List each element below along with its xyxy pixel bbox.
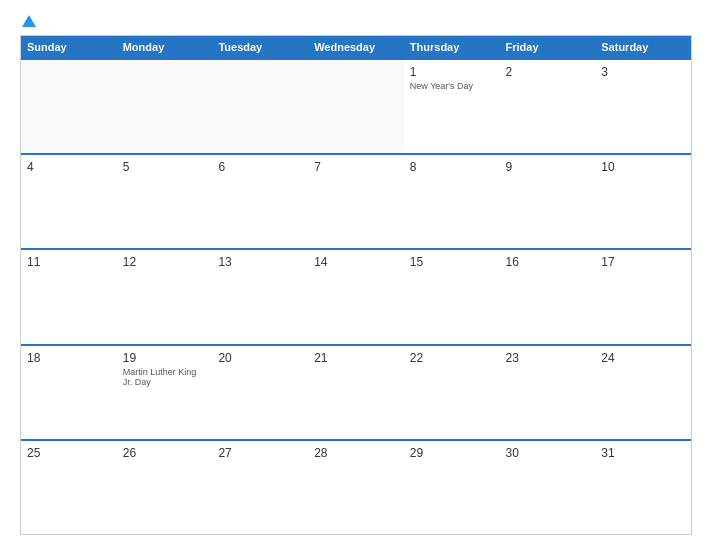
day-number: 4 [27, 160, 111, 174]
day-cell-1: 1New Year's Day [404, 60, 500, 153]
day-number: 24 [601, 351, 685, 365]
week-row-4: 1819Martin Luther King Jr. Day2021222324 [21, 344, 691, 439]
day-cell-25: 25 [21, 441, 117, 534]
day-number: 3 [601, 65, 685, 79]
day-cell-empty-2 [212, 60, 308, 153]
calendar-header-row: SundayMondayTuesdayWednesdayThursdayFrid… [21, 36, 691, 58]
day-number: 26 [123, 446, 207, 460]
day-cell-22: 22 [404, 346, 500, 439]
holiday-name: New Year's Day [410, 81, 494, 92]
day-cell-2: 2 [500, 60, 596, 153]
day-cell-3: 3 [595, 60, 691, 153]
day-number: 7 [314, 160, 398, 174]
day-cell-20: 20 [212, 346, 308, 439]
day-number: 1 [410, 65, 494, 79]
day-number: 11 [27, 255, 111, 269]
day-cell-27: 27 [212, 441, 308, 534]
weekday-header-thursday: Thursday [404, 36, 500, 58]
day-number: 8 [410, 160, 494, 174]
day-number: 12 [123, 255, 207, 269]
day-number: 31 [601, 446, 685, 460]
day-cell-29: 29 [404, 441, 500, 534]
week-row-5: 25262728293031 [21, 439, 691, 534]
day-cell-6: 6 [212, 155, 308, 248]
weekday-header-tuesday: Tuesday [212, 36, 308, 58]
day-cell-7: 7 [308, 155, 404, 248]
day-cell-empty-0 [21, 60, 117, 153]
day-number: 10 [601, 160, 685, 174]
day-number: 21 [314, 351, 398, 365]
day-cell-empty-1 [117, 60, 213, 153]
logo [20, 15, 36, 27]
day-number: 15 [410, 255, 494, 269]
week-row-3: 11121314151617 [21, 248, 691, 343]
day-number: 28 [314, 446, 398, 460]
day-cell-19: 19Martin Luther King Jr. Day [117, 346, 213, 439]
calendar-body: 1New Year's Day2345678910111213141516171… [21, 58, 691, 534]
day-cell-21: 21 [308, 346, 404, 439]
week-row-2: 45678910 [21, 153, 691, 248]
day-cell-12: 12 [117, 250, 213, 343]
day-number: 9 [506, 160, 590, 174]
day-cell-16: 16 [500, 250, 596, 343]
day-number: 20 [218, 351, 302, 365]
day-cell-23: 23 [500, 346, 596, 439]
weekday-header-sunday: Sunday [21, 36, 117, 58]
day-number: 6 [218, 160, 302, 174]
day-number: 14 [314, 255, 398, 269]
weekday-header-saturday: Saturday [595, 36, 691, 58]
logo-triangle-icon [22, 15, 36, 27]
day-number: 18 [27, 351, 111, 365]
day-number: 29 [410, 446, 494, 460]
day-number: 22 [410, 351, 494, 365]
day-cell-15: 15 [404, 250, 500, 343]
day-number: 17 [601, 255, 685, 269]
day-number: 19 [123, 351, 207, 365]
day-number: 27 [218, 446, 302, 460]
day-cell-11: 11 [21, 250, 117, 343]
day-cell-26: 26 [117, 441, 213, 534]
day-cell-28: 28 [308, 441, 404, 534]
weekday-header-friday: Friday [500, 36, 596, 58]
week-row-1: 1New Year's Day23 [21, 58, 691, 153]
day-cell-10: 10 [595, 155, 691, 248]
day-number: 2 [506, 65, 590, 79]
header [20, 15, 692, 27]
day-number: 5 [123, 160, 207, 174]
day-number: 13 [218, 255, 302, 269]
day-cell-24: 24 [595, 346, 691, 439]
day-cell-8: 8 [404, 155, 500, 248]
day-cell-14: 14 [308, 250, 404, 343]
calendar: SundayMondayTuesdayWednesdayThursdayFrid… [20, 35, 692, 535]
day-cell-18: 18 [21, 346, 117, 439]
day-cell-9: 9 [500, 155, 596, 248]
weekday-header-wednesday: Wednesday [308, 36, 404, 58]
day-cell-31: 31 [595, 441, 691, 534]
day-number: 23 [506, 351, 590, 365]
day-number: 25 [27, 446, 111, 460]
day-cell-5: 5 [117, 155, 213, 248]
day-cell-17: 17 [595, 250, 691, 343]
day-cell-empty-3 [308, 60, 404, 153]
day-number: 16 [506, 255, 590, 269]
page: SundayMondayTuesdayWednesdayThursdayFrid… [0, 0, 712, 550]
day-cell-4: 4 [21, 155, 117, 248]
day-number: 30 [506, 446, 590, 460]
day-cell-30: 30 [500, 441, 596, 534]
weekday-header-monday: Monday [117, 36, 213, 58]
holiday-name: Martin Luther King Jr. Day [123, 367, 207, 389]
day-cell-13: 13 [212, 250, 308, 343]
